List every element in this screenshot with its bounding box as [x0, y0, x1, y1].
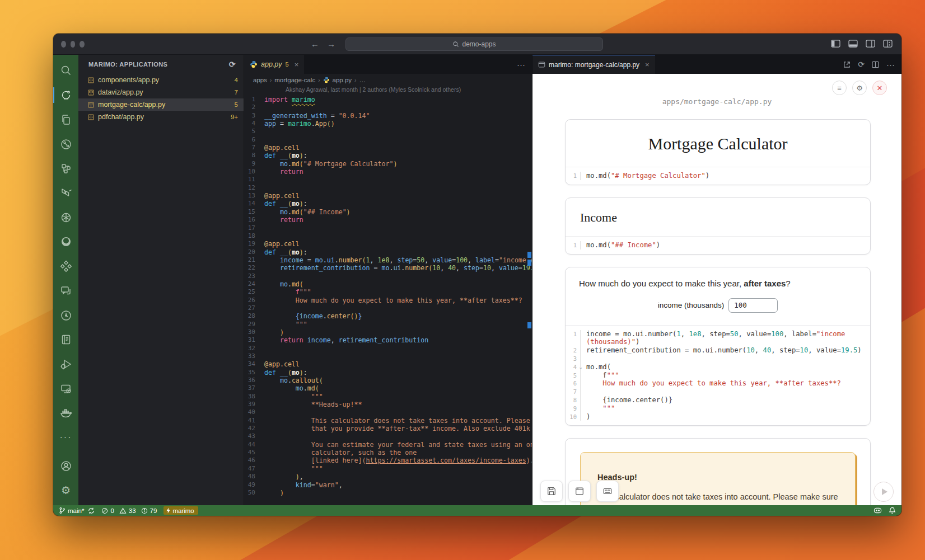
cell-code[interactable]: 1mo.md("## Income"): [566, 237, 870, 254]
code-line: 27: [244, 304, 532, 312]
tab-app-py[interactable]: app.py 5 ×: [244, 55, 304, 74]
reload-icon[interactable]: ⟳: [858, 60, 865, 69]
activity-docker-icon[interactable]: [53, 403, 78, 423]
menu-icon[interactable]: ≡: [832, 81, 847, 95]
open-external-icon[interactable]: [843, 60, 851, 69]
close-tab-icon[interactable]: ×: [295, 60, 299, 69]
play-icon: [882, 488, 887, 495]
sidebar-title: MARIMO: APPLICATIONS: [88, 61, 167, 68]
activity-run-graph-icon[interactable]: [53, 134, 78, 154]
close-tab-icon[interactable]: ×: [645, 60, 650, 69]
activity-terraform-icon[interactable]: [53, 183, 78, 204]
code-line: 17: [244, 224, 532, 232]
code-line: 34@app.cell: [244, 360, 532, 368]
python-icon: [250, 60, 258, 68]
info-icon: [141, 507, 148, 514]
breadcrumb-item[interactable]: …: [359, 77, 366, 83]
editor-actions-more-icon[interactable]: ···: [517, 60, 525, 69]
activity-hierarchy-icon[interactable]: [53, 158, 78, 179]
toggle-panel-icon[interactable]: [848, 40, 858, 48]
window-controls: [53, 41, 92, 48]
code-line: 28 {income.center()}: [244, 312, 532, 320]
toggle-sidebar-icon[interactable]: [831, 40, 840, 48]
app-title: Mortgage Calculator: [566, 120, 870, 167]
code-line: 21 income = mo.ui.number(1, 1e8, step=50…: [244, 256, 532, 264]
sidebar-file-item[interactable]: components/app.py4: [78, 74, 244, 86]
shutdown-icon[interactable]: ✕: [872, 81, 887, 95]
git-branch-status[interactable]: main*: [59, 507, 95, 514]
settings-gear-icon[interactable]: ⚙: [53, 480, 78, 501]
code-line: 5: [244, 128, 532, 135]
notifications-bell-icon[interactable]: [889, 507, 896, 514]
activity-timeline-icon[interactable]: [53, 305, 78, 326]
activity-bar: ··· ⚙: [53, 55, 78, 505]
code-editor[interactable]: 1import marimo23__generated_with = "0.0.…: [244, 95, 532, 505]
breadcrumb-item[interactable]: mortgage-calc: [274, 77, 315, 83]
code-line: 4⌄mo.md(: [566, 363, 870, 371]
marimo-status-chip[interactable]: marimo: [163, 506, 198, 515]
zoom-window-button[interactable]: [80, 41, 85, 48]
code-line: 4app = marimo.App(): [244, 120, 532, 128]
sidebar-file-item[interactable]: mortgage-calc/app.py5: [78, 98, 244, 111]
vscode-window: ← → demo-apps: [53, 34, 901, 516]
code-line: 6: [244, 136, 532, 144]
activity-github-icon[interactable]: [53, 232, 78, 252]
split-editor-icon[interactable]: [871, 60, 880, 69]
close-window-button[interactable]: [61, 41, 66, 48]
activity-notebook-icon[interactable]: [53, 330, 78, 350]
problems-status[interactable]: 0 33 79: [101, 507, 157, 514]
toggle-secondary-sidebar-icon[interactable]: [866, 40, 875, 48]
new-window-button[interactable]: [568, 481, 591, 502]
customize-layout-icon[interactable]: [883, 40, 893, 48]
code-line: 18: [244, 232, 532, 240]
activity-diamonds-icon[interactable]: [53, 256, 78, 277]
activity-comments-icon[interactable]: [53, 280, 78, 301]
activity-more-icon[interactable]: ···: [53, 427, 78, 448]
history-forward-button[interactable]: →: [327, 39, 335, 49]
window-icon: [574, 486, 585, 496]
chevron-right-icon: ›: [354, 77, 356, 83]
income-number-input[interactable]: [728, 298, 778, 313]
account-icon[interactable]: [53, 456, 78, 477]
editor-group: app.py 5 × ··· apps › mortgage-calc › ap…: [244, 55, 532, 505]
code-line: 38 """: [244, 393, 532, 401]
code-line: (thousands)"): [566, 338, 870, 346]
breadcrumb-item[interactable]: apps: [253, 77, 267, 83]
problems-badge: 4: [235, 77, 238, 83]
activity-debug-icon[interactable]: [53, 354, 78, 375]
minimize-window-button[interactable]: [71, 41, 76, 48]
save-button[interactable]: [540, 481, 563, 502]
history-back-button[interactable]: ←: [311, 39, 319, 49]
sync-icon[interactable]: [88, 507, 95, 514]
keyboard-shortcuts-button[interactable]: [596, 481, 619, 502]
code-line: 14def __(mo):: [244, 200, 532, 208]
activity-marimo-icon[interactable]: [53, 85, 78, 106]
code-line: 11: [244, 176, 532, 183]
activity-copy-pages-icon[interactable]: [53, 109, 78, 130]
search-value: demo-apps: [462, 40, 496, 48]
command-center-search[interactable]: demo-apps: [345, 37, 603, 51]
activity-search-icon[interactable]: [53, 60, 78, 81]
cell-income-input: How much do you expect to make this year…: [565, 267, 871, 426]
activity-sphere-icon[interactable]: [53, 207, 78, 228]
tab-marimo-preview[interactable]: marimo: mortgage-calc/app.py ×: [532, 55, 655, 74]
code-line: 22 retirement_contribution = mo.ui.numbe…: [244, 264, 532, 272]
breadcrumb-item[interactable]: app.py: [333, 77, 352, 83]
breadcrumb[interactable]: apps › mortgage-calc › app.py › …: [244, 74, 532, 86]
callout-paragraph: This calculator does not take taxes into…: [597, 491, 838, 505]
refresh-icon[interactable]: ⟳: [229, 60, 236, 69]
lightning-icon: [166, 507, 171, 514]
sidebar-file-item[interactable]: pdfchat/app.py9+: [78, 111, 244, 123]
copilot-icon[interactable]: [873, 507, 882, 514]
cell-code[interactable]: 1income = mo.ui.number(1, 1e8, step=50, …: [566, 326, 870, 426]
code-line: 50 ): [244, 489, 532, 497]
panel-more-icon[interactable]: ···: [886, 60, 895, 69]
code-line: 33: [244, 352, 532, 360]
activity-remote-explorer-icon[interactable]: [53, 378, 78, 399]
problems-badge: 9+: [231, 114, 238, 120]
cell-code[interactable]: 1mo.md("# Mortgage Calculator"): [566, 167, 870, 185]
app-settings-gear-icon[interactable]: ⚙: [852, 81, 867, 95]
code-line: 8 {income.center()}: [566, 396, 870, 404]
sidebar-file-item[interactable]: dataviz/app.py7: [78, 86, 244, 98]
run-app-button[interactable]: [873, 482, 894, 502]
